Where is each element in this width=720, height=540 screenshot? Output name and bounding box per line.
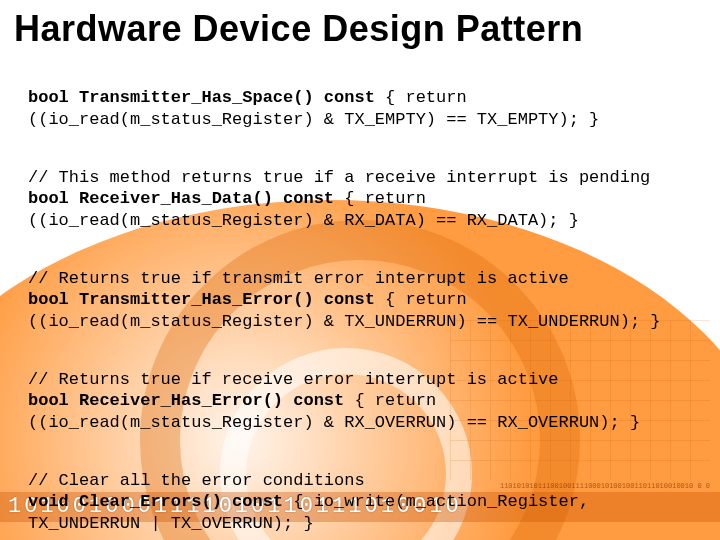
slide: Hardware Device Design Pattern bool Tran… xyxy=(0,0,720,540)
code-func-receiver-has-data: // This method returns true if a receive… xyxy=(28,167,692,231)
slide-title: Hardware Device Design Pattern xyxy=(0,0,720,52)
code-sig: bool Transmitter_Has_Error() const xyxy=(28,290,375,309)
code-sig: void Clear_Errors() const xyxy=(28,492,283,511)
code-block: bool Transmitter_Has_Space() const { ret… xyxy=(0,52,720,540)
code-comment: // Clear all the error conditions xyxy=(28,471,365,490)
code-func-clear-errors: // Clear all the error conditions void C… xyxy=(28,470,692,534)
code-comment: // Returns true if receive error interru… xyxy=(28,370,559,389)
code-comment: // This method returns true if a receive… xyxy=(28,168,650,187)
code-sig: bool Receiver_Has_Error() const xyxy=(28,391,344,410)
code-comment: // Returns true if transmit error interr… xyxy=(28,269,569,288)
code-func-transmitter-has-error: // Returns true if transmit error interr… xyxy=(28,268,692,332)
code-sig: bool Transmitter_Has_Space() const xyxy=(28,88,375,107)
code-sig: bool Receiver_Has_Data() const xyxy=(28,189,334,208)
code-func-transmitter-has-space: bool Transmitter_Has_Space() const { ret… xyxy=(28,87,692,130)
code-func-receiver-has-error: // Returns true if receive error interru… xyxy=(28,369,692,433)
